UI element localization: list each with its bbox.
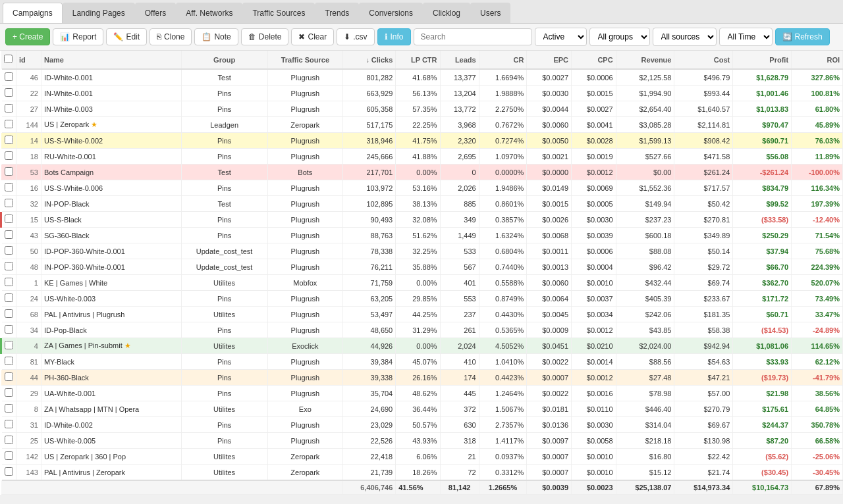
sources-select[interactable]: All sources [653, 28, 717, 46]
row-checkbox[interactable] [1, 69, 16, 86]
row-name[interactable]: ID-White-0.002 [41, 417, 181, 433]
status-select[interactable]: Active Paused All [535, 28, 587, 46]
row-checkbox[interactable] [1, 370, 16, 386]
row-name[interactable]: US | Zeropark★ [41, 117, 181, 133]
clear-button[interactable]: ✖ Clear [291, 28, 334, 45]
row-checkbox[interactable] [1, 417, 16, 433]
row-name[interactable]: PAL | Antivirus | Plugrush [41, 307, 181, 322]
nav-item-traffic-sources[interactable]: Traffic Sources [242, 3, 315, 23]
row-name[interactable]: MY-Black [41, 354, 181, 370]
row-checkbox[interactable] [1, 354, 16, 370]
table-row: 46 ID-White-0.001 Test Plugrush 801,282 … [1, 69, 843, 86]
nav-item-aff--networks[interactable]: Aff. Networks [176, 3, 242, 23]
nav-item-trends[interactable]: Trends [315, 3, 359, 23]
row-name[interactable]: US | Zeropark | 360 | Pop [41, 449, 181, 465]
time-select[interactable]: All Time [719, 28, 773, 46]
row-checkbox[interactable] [1, 386, 16, 401]
row-name[interactable]: US-S-White-0.006 [41, 180, 181, 196]
row-name[interactable]: UA-White-0.001 [41, 386, 181, 401]
col-id[interactable]: id [16, 51, 41, 69]
row-name[interactable]: IN-POP-Black [41, 196, 181, 212]
col-name[interactable]: Name [41, 51, 181, 69]
row-name[interactable]: IN-White-0.003 [41, 101, 181, 117]
row-checkbox[interactable] [1, 212, 16, 228]
row-name[interactable]: ID-White-0.001 [41, 69, 181, 86]
row-checkbox[interactable] [1, 449, 16, 465]
row-checkbox[interactable] [1, 433, 16, 449]
report-button[interactable]: 📊 Report [53, 28, 103, 45]
row-checkbox[interactable] [1, 465, 16, 481]
row-group: Utilites [181, 338, 267, 354]
row-checkbox[interactable] [1, 243, 16, 259]
row-clicks: 517,175 [342, 117, 395, 133]
row-name[interactable]: US-White-0.005 [41, 433, 181, 449]
row-checkbox[interactable] [1, 86, 16, 101]
row-checkbox[interactable] [1, 291, 16, 307]
row-name[interactable]: ZA | Whatsapp | MTN | Opera [41, 401, 181, 417]
row-id: 144 [16, 117, 41, 133]
col-cr[interactable]: CR [479, 51, 527, 69]
delete-button[interactable]: 🗑 Delete [241, 28, 289, 45]
row-name[interactable]: KE | Games | White [41, 275, 181, 291]
row-name[interactable]: ZA | Games | Pin-submit★ [41, 338, 181, 354]
row-checkbox[interactable] [1, 101, 16, 117]
row-checkbox[interactable] [1, 149, 16, 164]
row-name[interactable]: IN-POP-360-White-0.001 [41, 259, 181, 275]
csv-button[interactable]: ⬇ .csv [337, 28, 374, 45]
col-revenue[interactable]: Revenue [616, 51, 674, 69]
select-all-checkbox[interactable] [1, 51, 16, 69]
info-button[interactable]: ℹ Info [377, 28, 411, 45]
row-name[interactable]: IN-White-0.001 [41, 86, 181, 101]
row-name[interactable]: PH-360-Black [41, 370, 181, 386]
row-name[interactable]: RU-White-0.001 [41, 149, 181, 164]
search-input[interactable] [414, 28, 532, 45]
row-revenue: $1,994.90 [616, 86, 674, 101]
row-checkbox[interactable] [1, 259, 16, 275]
nav-item-users[interactable]: Users [470, 3, 510, 23]
col-roi[interactable]: ROI [792, 51, 843, 69]
col-lp-ctr[interactable]: LP CTR [396, 51, 440, 69]
row-name[interactable]: US-S-Black [41, 212, 181, 228]
col-profit[interactable]: Profit [733, 51, 792, 69]
refresh-button[interactable]: 🔄 Refresh [775, 28, 830, 45]
clone-button[interactable]: ⎘ Clone [150, 28, 192, 45]
row-roi: 71.54% [792, 228, 843, 243]
col-cpc[interactable]: CPC [572, 51, 616, 69]
col-epc[interactable]: EPC [527, 51, 572, 69]
col-group[interactable]: Group [181, 51, 267, 69]
nav-item-campaigns[interactable]: Campaigns [3, 3, 63, 23]
row-checkbox[interactable] [1, 228, 16, 243]
row-checkbox[interactable] [1, 307, 16, 322]
row-name[interactable]: SG-360-Black [41, 228, 181, 243]
row-checkbox[interactable] [1, 275, 16, 291]
row-name[interactable]: ID-Pop-Black [41, 322, 181, 338]
row-name[interactable]: ID-POP-360-White-0.001 [41, 243, 181, 259]
nav-item-landing-pages[interactable]: Landing Pages [63, 3, 135, 23]
col-source[interactable]: Traffic Source [267, 51, 342, 69]
row-checkbox[interactable] [1, 322, 16, 338]
col-clicks[interactable]: ↓ Clicks [342, 51, 395, 69]
nav-item-conversions[interactable]: Conversions [359, 3, 423, 23]
row-checkbox[interactable] [1, 338, 16, 354]
row-cr: 1.6324% [479, 228, 527, 243]
edit-button[interactable]: ✏️ Edit [106, 28, 147, 45]
row-checkbox[interactable] [1, 117, 16, 133]
row-checkbox[interactable] [1, 196, 16, 212]
row-lp-ctr: 45.07% [396, 354, 440, 370]
col-cost[interactable]: Cost [674, 51, 733, 69]
create-button[interactable]: + Create [5, 28, 50, 45]
row-checkbox[interactable] [1, 180, 16, 196]
row-profit: $99.52 [733, 196, 792, 212]
row-checkbox[interactable] [1, 401, 16, 417]
col-leads[interactable]: Leads [440, 51, 479, 69]
nav-item-clicklog[interactable]: Clicklog [423, 3, 470, 23]
row-name[interactable]: US-S-White-0.002 [41, 133, 181, 149]
groups-select[interactable]: All groups [589, 28, 650, 46]
row-checkbox[interactable] [1, 164, 16, 180]
row-name[interactable]: US-White-0.003 [41, 291, 181, 307]
row-name[interactable]: PAL | Antivirus | Zeropark [41, 465, 181, 481]
row-name[interactable]: Bots Campaign [41, 164, 181, 180]
note-button[interactable]: 📋 Note [194, 28, 238, 45]
nav-item-offers[interactable]: Offers [135, 3, 176, 23]
row-checkbox[interactable] [1, 133, 16, 149]
